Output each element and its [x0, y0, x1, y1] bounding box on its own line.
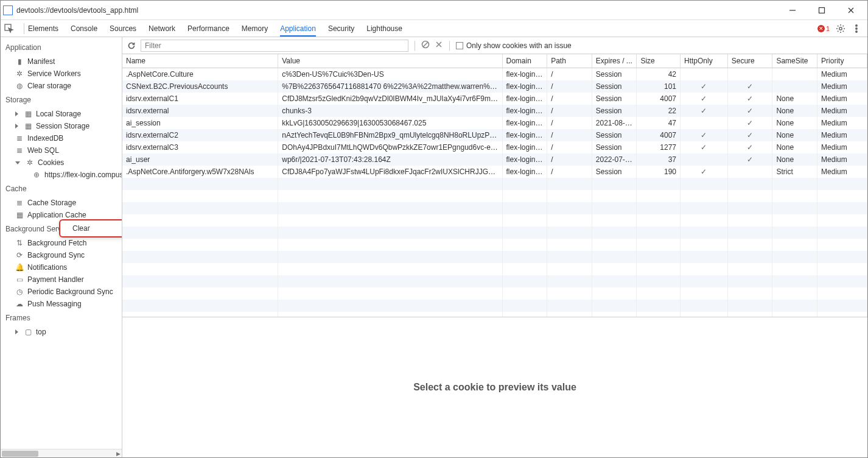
cell-priority: Medium: [817, 68, 867, 81]
column-header[interactable]: Value: [278, 54, 502, 68]
table-row[interactable]: idsrv.externalchunks-3flex-login..../Ses…: [122, 105, 867, 117]
column-header[interactable]: SameSite: [772, 54, 817, 68]
cell-size: 4007: [637, 93, 681, 105]
clear-all-icon[interactable]: [421, 40, 430, 51]
app-icon: [3, 5, 13, 15]
table-row[interactable]: ai_sessionkkLvG|1630050296639|1630053068…: [122, 117, 867, 129]
table-row[interactable]: ai_userwp6r/|2021-07-13T07:43:28.164Zfle…: [122, 153, 867, 166]
errors-badge[interactable]: ✕ 1: [817, 25, 830, 32]
cell-path: /: [547, 93, 592, 105]
cell-http: ✓: [681, 105, 728, 117]
database-icon: ≣: [15, 199, 24, 207]
refresh-button[interactable]: [127, 41, 136, 50]
cell-secure: [727, 68, 772, 81]
horizontal-scrollbar[interactable]: ▶: [1, 449, 122, 457]
table-row-empty: [122, 239, 867, 251]
sidebar-item-cache-storage[interactable]: ≣Cache Storage: [1, 197, 122, 209]
cell-domain: flex-login....: [502, 93, 547, 105]
cell-secure: ✓: [727, 141, 772, 153]
sidebar-item-background-sync[interactable]: ⟳Background Sync: [1, 249, 122, 261]
tab-performance[interactable]: Performance: [187, 21, 229, 37]
column-header[interactable]: Secure: [727, 54, 772, 68]
table-row-empty: [122, 251, 867, 263]
divider: [415, 41, 415, 51]
table-row[interactable]: idsrv.externalC2nAztYechTevqEL0B9hFBNm2B…: [122, 129, 867, 141]
file-icon: ▮: [15, 57, 24, 66]
tab-lighthouse[interactable]: Lighthouse: [366, 21, 402, 37]
only-issue-checkbox[interactable]: Only show cookies with an issue: [456, 41, 572, 50]
column-header[interactable]: Name: [122, 54, 278, 68]
sidebar-item-indexeddb[interactable]: ≣IndexedDB: [1, 132, 122, 144]
column-header[interactable]: Priority: [817, 54, 867, 68]
sidebar-item-local-storage[interactable]: ▦Local Storage: [1, 108, 122, 120]
cookie-preview-empty: Select a cookie to preview its value: [122, 317, 867, 457]
cell-secure: ✓: [727, 117, 772, 129]
tab-memory[interactable]: Memory: [242, 21, 268, 37]
sidebar-item-session-storage[interactable]: ▦Session Storage: [1, 120, 122, 132]
column-header[interactable]: Path: [547, 54, 592, 68]
svg-point-8: [856, 30, 857, 32]
context-menu-clear[interactable]: Clear: [60, 220, 122, 236]
close-button[interactable]: [842, 3, 860, 18]
column-header[interactable]: Size: [637, 54, 681, 68]
card-icon: ▭: [15, 275, 24, 284]
column-header[interactable]: HttpOnly: [681, 54, 728, 68]
sidebar-item-notifications[interactable]: 🔔Notifications: [1, 261, 122, 273]
cell-size: 42: [637, 68, 681, 81]
cell-secure: ✓: [727, 129, 772, 141]
inspect-element-icon[interactable]: [4, 24, 14, 33]
table-row[interactable]: CSNext.B2C.PreviousAccounts%7B%226376564…: [122, 80, 867, 93]
cell-samesite: [772, 80, 817, 93]
gear-icon[interactable]: [836, 24, 845, 33]
tab-application[interactable]: Application: [280, 21, 316, 37]
table-row-empty: [122, 300, 867, 312]
sidebar-item-background-fetch[interactable]: ⇅Background Fetch: [1, 237, 122, 249]
cell-name: .AspNetCore.Culture: [122, 68, 278, 81]
divider: [449, 41, 450, 51]
cell-secure: ✓: [727, 153, 772, 166]
sidebar-item-websql[interactable]: ≣Web SQL: [1, 144, 122, 157]
tab-console[interactable]: Console: [71, 21, 97, 37]
svg-point-6: [856, 24, 857, 26]
delete-selected-icon[interactable]: [435, 40, 443, 51]
cell-priority: Medium: [817, 153, 867, 166]
errors-count: 1: [826, 25, 830, 32]
sidebar-item-cookie-origin[interactable]: ⊕https://flex-login.compusof: [1, 169, 122, 181]
tab-sources[interactable]: Sources: [110, 21, 136, 37]
scrollbar-thumb[interactable]: [2, 451, 38, 457]
sidebar-item-periodic-background-sync[interactable]: ◷Periodic Background Sync: [1, 286, 122, 298]
svg-rect-1: [819, 7, 825, 13]
tab-elements[interactable]: Elements: [28, 21, 58, 37]
sidebar-item-frame-top[interactable]: ▢top: [1, 326, 122, 338]
cell-expires: Session: [592, 141, 637, 153]
kebab-menu-icon[interactable]: [852, 24, 861, 33]
tab-network[interactable]: Network: [149, 21, 175, 37]
cell-http: ✓: [681, 129, 728, 141]
sidebar-item-manifest[interactable]: ▮Manifest: [1, 55, 122, 68]
table-row-empty: [122, 178, 867, 190]
sidebar-item-push-messaging[interactable]: ☁Push Messaging: [1, 298, 122, 310]
sidebar-item-cookies[interactable]: ✲Cookies: [1, 157, 122, 169]
sidebar-item-payment-handler[interactable]: ▭Payment Handler: [1, 273, 122, 286]
table-row[interactable]: .AspNetCore.Antiforgery.w5W7x28NAlsCfDJ8…: [122, 166, 867, 178]
grid-icon: ▦: [24, 122, 32, 130]
table-row[interactable]: idsrv.externalC3DOhAy4JPBdxuI7MtLhQWDv6Q…: [122, 141, 867, 153]
column-header[interactable]: Expires / ...: [592, 54, 637, 68]
filter-input[interactable]: [141, 40, 408, 52]
chevron-right-icon: ▶: [116, 451, 121, 457]
cell-priority: Medium: [817, 117, 867, 129]
devtools-tabs-row: ElementsConsoleSourcesNetworkPerformance…: [1, 20, 867, 37]
sidebar-item-service-workers[interactable]: ✲Service Workers: [1, 68, 122, 80]
cell-domain: flex-login....: [502, 80, 547, 93]
cell-size: 190: [637, 166, 681, 178]
cell-path: /: [547, 105, 592, 117]
table-header-row[interactable]: NameValueDomainPathExpires / ...SizeHttp…: [122, 54, 867, 68]
tab-security[interactable]: Security: [328, 21, 354, 37]
column-header[interactable]: Domain: [502, 54, 547, 68]
maximize-button[interactable]: [813, 3, 831, 18]
table-row[interactable]: idsrv.externalC1CfDJ8Mzsr5zGledKni2b9qwV…: [122, 93, 867, 105]
cell-value: CfDJ8A4Fpo7yaWJFstw4LUpFi8dkxeFJqacFr2wI…: [278, 166, 502, 178]
minimize-button[interactable]: [783, 3, 802, 18]
sidebar-item-clear-storage[interactable]: ◍Clear storage: [1, 80, 122, 92]
table-row[interactable]: .AspNetCore.Culturec%3Den-US%7Cuic%3Den-…: [122, 68, 867, 81]
